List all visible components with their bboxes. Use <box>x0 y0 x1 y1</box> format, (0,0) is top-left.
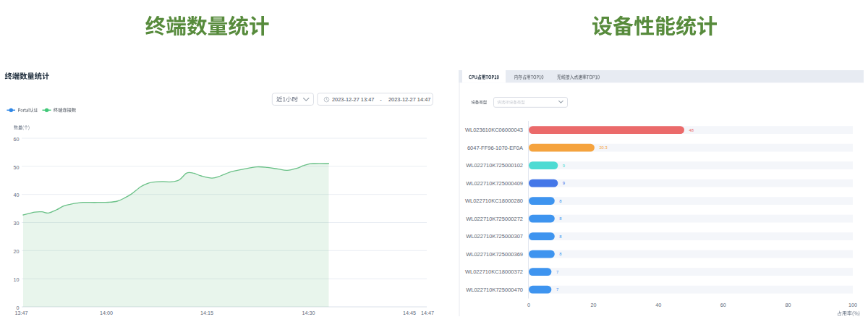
svg-text:WL022710K725000272: WL022710K725000272 <box>466 216 523 222</box>
svg-text:WL023610KC06000043: WL023610KC06000043 <box>465 127 523 133</box>
svg-text:40: 40 <box>14 192 20 198</box>
svg-text:20: 20 <box>591 302 597 308</box>
svg-text:WL022710K725000409: WL022710K725000409 <box>466 180 523 187</box>
svg-text:50: 50 <box>14 164 20 171</box>
svg-text:8: 8 <box>559 199 561 203</box>
svg-text:14:45: 14:45 <box>403 310 416 316</box>
svg-text:WL022710K725000307: WL022710K725000307 <box>466 233 523 240</box>
svg-text:40: 40 <box>655 302 661 308</box>
svg-text:14:30: 14:30 <box>302 310 315 316</box>
svg-text:8: 8 <box>559 234 561 239</box>
svg-text:80: 80 <box>785 302 791 308</box>
svg-text:2023-12-27 13:47: 2023-12-27 13:47 <box>332 96 374 103</box>
svg-text:7: 7 <box>556 287 558 292</box>
svg-text:9: 9 <box>563 164 565 168</box>
svg-text:8: 8 <box>559 252 561 256</box>
svg-text:8: 8 <box>559 216 561 221</box>
svg-text:20: 20 <box>14 248 20 255</box>
svg-text:WL022710KC18000372: WL022710KC18000372 <box>465 268 523 275</box>
svg-text:0: 0 <box>527 302 530 308</box>
svg-text:7: 7 <box>556 270 558 274</box>
svg-text:13:47: 13:47 <box>15 310 28 316</box>
svg-text:WL022710KC18000280: WL022710KC18000280 <box>465 198 523 204</box>
svg-text:48: 48 <box>689 128 694 132</box>
svg-text:6047-FF96-1070-EF0A: 6047-FF96-1070-EF0A <box>467 145 523 151</box>
svg-text:60: 60 <box>720 302 726 308</box>
svg-text:14:47: 14:47 <box>421 310 434 316</box>
svg-text:14:00: 14:00 <box>100 310 113 316</box>
svg-text:30: 30 <box>14 220 20 227</box>
svg-text:WL022710K725000369: WL022710K725000369 <box>466 251 523 258</box>
svg-text:14:15: 14:15 <box>200 310 213 316</box>
svg-text:WL022710K725000102: WL022710K725000102 <box>466 162 523 169</box>
svg-text:60: 60 <box>14 136 20 143</box>
svg-text:20.3: 20.3 <box>599 145 607 150</box>
svg-text:2023-12-27 14:47: 2023-12-27 14:47 <box>388 96 430 103</box>
svg-text:10: 10 <box>14 276 20 283</box>
svg-text:9: 9 <box>563 181 565 185</box>
svg-text:WL022710K725000470: WL022710K725000470 <box>466 287 523 293</box>
svg-text:100: 100 <box>848 302 857 308</box>
